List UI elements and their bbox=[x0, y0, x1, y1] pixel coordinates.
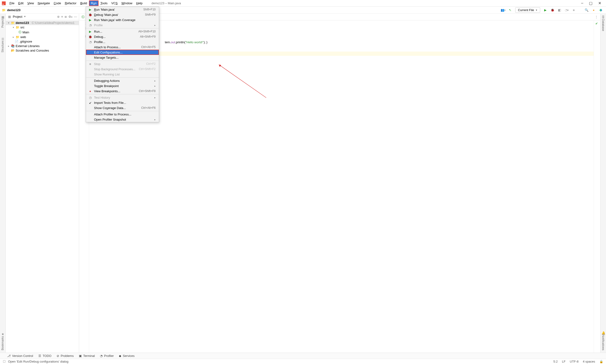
menu-view[interactable]: View bbox=[25, 0, 36, 6]
menu-edit[interactable]: Edit bbox=[16, 0, 25, 6]
menu-refactor[interactable]: Refactor bbox=[63, 0, 78, 6]
run-menu-item-label: Attach Profiler to Process... bbox=[94, 113, 156, 116]
tree-src[interactable]: ▾📁 src bbox=[6, 25, 79, 30]
tool-version-control[interactable]: ⎇Version Control bbox=[7, 354, 33, 358]
tool-terminal[interactable]: ▣Terminal bbox=[79, 354, 95, 358]
status-encoding[interactable]: UTF-8 bbox=[570, 360, 578, 363]
menu-navigate[interactable]: Navigate bbox=[36, 0, 52, 6]
window-close-button[interactable]: ✕ bbox=[598, 1, 601, 5]
tree-src-label: src bbox=[20, 26, 24, 29]
settings-icon[interactable]: ⚙▾ bbox=[69, 15, 72, 18]
jetbrains-icon[interactable] bbox=[599, 8, 603, 12]
editor-tab-menu-icon[interactable]: ⋮ bbox=[595, 15, 600, 19]
ide-update-icon[interactable]: ● bbox=[592, 8, 596, 12]
tool-problems[interactable]: ⊘Problems bbox=[57, 354, 74, 358]
menu-file[interactable]: File bbox=[8, 0, 16, 6]
run-menu-item[interactable]: ▶Run 'Main.java' with Coverage bbox=[86, 17, 159, 23]
tree-web-label: web bbox=[20, 35, 26, 39]
run-menu-item[interactable]: Manage Targets... bbox=[86, 55, 159, 60]
coverage-icon[interactable]: ◧ bbox=[558, 8, 562, 12]
menu-vcs[interactable]: VCS bbox=[110, 0, 120, 6]
run-menu-item-label: Debug... bbox=[94, 35, 138, 39]
menu-tools[interactable]: Tools bbox=[98, 0, 110, 6]
rail-bookmarks[interactable]: ★ Bookmarks bbox=[1, 332, 5, 350]
rail-project[interactable]: ▦ Project bbox=[1, 15, 5, 28]
run-menu-item[interactable]: Show Coverage Data...Ctrl+Alt+F6 bbox=[86, 105, 159, 110]
tree-web[interactable]: ▸📁 web bbox=[6, 35, 79, 39]
menu-help[interactable]: Help bbox=[134, 0, 144, 6]
search-icon[interactable]: 🔍 bbox=[585, 8, 589, 12]
inspection-ok-icon[interactable]: ✔ bbox=[594, 20, 600, 27]
rail-database[interactable]: 🗄 Database bbox=[602, 15, 605, 31]
rail-notifications[interactable]: 🔔 Notifications bbox=[602, 331, 605, 350]
tree-scratches[interactable]: 📂 Scratches and Consoles bbox=[6, 48, 79, 53]
menu-code[interactable]: Code bbox=[52, 0, 63, 6]
run-menu-item[interactable]: Debugging Actions▸ bbox=[86, 78, 159, 83]
run-menu-item: Show Running List bbox=[86, 72, 159, 77]
quick-actions-icon[interactable]: ☐ bbox=[3, 360, 6, 363]
status-indent[interactable]: 4 spaces bbox=[583, 360, 595, 363]
rail-structure[interactable]: ☰ Structure bbox=[1, 37, 5, 52]
run-menu-item-shortcut: Ctrl+Shift+F2 bbox=[139, 67, 156, 71]
menu-bar: File Edit View Navigate Code Refactor Bu… bbox=[8, 0, 144, 6]
run-menu-item[interactable]: 🐞Debug 'Main.java'Shift+F9 bbox=[86, 12, 159, 17]
run-menu-item[interactable]: 🐞Debug...Alt+Shift+F9 bbox=[86, 34, 159, 39]
run-menu-item[interactable]: ●View Breakpoints...Ctrl+Shift+F8 bbox=[86, 89, 159, 94]
status-line-sep[interactable]: LF bbox=[562, 360, 565, 363]
tool-services[interactable]: ◆Services bbox=[119, 354, 135, 358]
menu-window[interactable]: Window bbox=[120, 0, 134, 6]
run-menu-item[interactable]: ▶Run...Alt+Shift+F10 bbox=[86, 29, 159, 34]
window-maximize-button[interactable]: ▢ bbox=[589, 1, 592, 5]
chevron-down-icon: ▼ bbox=[536, 9, 537, 11]
tool-profiler[interactable]: ◔Profiler bbox=[100, 354, 114, 358]
project-view-icon[interactable]: ▦ bbox=[8, 15, 11, 18]
status-position[interactable]: 5:2 bbox=[553, 360, 558, 363]
run-menu-item-shortcut: Ctrl+Alt+F6 bbox=[141, 106, 156, 109]
hide-icon[interactable]: — bbox=[74, 15, 77, 18]
left-tool-rail: ▦ Project ☰ Structure ★ Bookmarks bbox=[0, 14, 6, 353]
menu-separator bbox=[86, 61, 159, 61]
window-minimize-button[interactable]: – bbox=[581, 1, 583, 5]
submenu-arrow-icon: ▸ bbox=[154, 96, 156, 99]
prof-gray-menu-icon: ◔ bbox=[88, 40, 92, 44]
users-icon[interactable]: 👥▾ bbox=[501, 8, 505, 12]
tree-root[interactable]: ▾📁 demo123 C:\Users\a\IdeaProjects\demo1 bbox=[6, 21, 79, 25]
run-menu-item[interactable]: Open Profiler Snapshot▸ bbox=[86, 117, 159, 122]
project-tree[interactable]: ▾📁 demo123 C:\Users\a\IdeaProjects\demo1… bbox=[6, 20, 79, 54]
run-menu-item[interactable]: Toggle Breakpoint▸ bbox=[86, 83, 159, 89]
stop-icon[interactable]: ■ bbox=[572, 8, 576, 12]
menu-run[interactable]: Run bbox=[89, 0, 98, 6]
notifications-rail-icon: 🔔 bbox=[602, 331, 605, 335]
tool-todo[interactable]: ☰TODO bbox=[38, 354, 51, 358]
tree-root-label: demo123 bbox=[16, 21, 29, 25]
chevron-down-icon[interactable]: ▼ bbox=[24, 15, 26, 18]
target-icon[interactable]: ⊕ bbox=[57, 15, 60, 18]
build-hammer-icon[interactable]: ↖ bbox=[508, 8, 512, 12]
editor-code[interactable]: p tem.out.println("Hello world!"); } } bbox=[89, 20, 594, 353]
debug-button-icon[interactable]: 🐞 bbox=[551, 8, 554, 12]
run-menu-item[interactable]: Attach to Process...Ctrl+Alt+F5 bbox=[86, 44, 159, 50]
run-menu-item[interactable]: ↙Import Tests from File... bbox=[86, 100, 159, 105]
run-menu-item-shortcut: Alt+Shift+F10 bbox=[138, 30, 156, 33]
run-menu-item[interactable]: Attach Profiler to Process... bbox=[86, 112, 159, 117]
run-button-icon[interactable]: ▶ bbox=[543, 8, 547, 12]
run-menu-item[interactable]: ▶Run 'Main.java'Shift+F10 bbox=[86, 7, 159, 12]
profiler-icon[interactable]: ◔▾ bbox=[565, 8, 569, 12]
run-menu-item-label: Run... bbox=[94, 30, 137, 33]
run-menu-item-label: Test History bbox=[94, 96, 152, 99]
nav-project-name[interactable]: demo123 bbox=[7, 8, 20, 12]
run-menu-item-label: Debugging Actions bbox=[94, 79, 152, 83]
run-config-selector[interactable]: Current File ▼ bbox=[515, 7, 540, 13]
run-menu-item[interactable]: Edit Configurations... bbox=[86, 50, 159, 55]
tree-main[interactable]: Ⓒ Main bbox=[6, 30, 79, 35]
tree-gitignore[interactable]: 📄 .gitignore bbox=[6, 39, 79, 44]
submenu-arrow-icon: ▸ bbox=[154, 85, 156, 87]
status-lock-icon[interactable]: 🔒 bbox=[599, 360, 603, 363]
menu-build[interactable]: Build bbox=[78, 0, 89, 6]
collapse-icon[interactable]: ≣ bbox=[64, 15, 67, 18]
run-menu-item[interactable]: ◔Profile... bbox=[86, 39, 159, 44]
expand-icon[interactable]: ≡ bbox=[61, 15, 63, 18]
tree-external-libs[interactable]: ▸📚 External Libraries bbox=[6, 44, 79, 48]
svg-rect-1 bbox=[2, 4, 4, 4]
terminal-icon: ▣ bbox=[79, 354, 82, 358]
